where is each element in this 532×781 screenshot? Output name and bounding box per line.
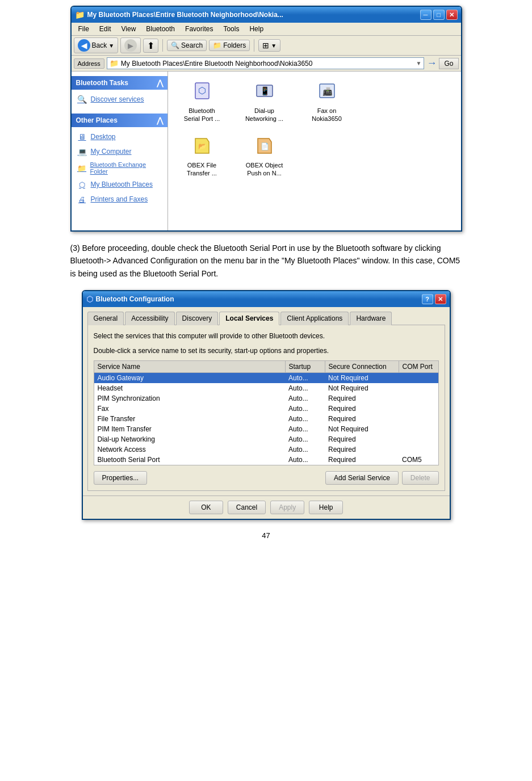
cell-startup: Auto... [285,383,325,393]
cell-com [399,383,438,393]
tab-hardware[interactable]: Hardware [350,312,392,325]
page-number: 47 [11,531,521,540]
cell-service-name: Headset [94,383,285,393]
cell-startup: Auto... [285,434,325,444]
forward-button[interactable]: ▶ [120,37,141,53]
tab-accessibility[interactable]: Accessibility [125,312,174,325]
address-field[interactable]: 📁 My Bluetooth Places\Entire Bluetooth N… [107,57,425,69]
folders-button[interactable]: 📁 Folders [209,40,250,51]
explorer-content: Bluetooth Tasks ⋀ 🔍 Discover services Ot… [72,72,461,230]
my-computer-icon: 💻 [77,146,87,157]
tab-local-services[interactable]: Local Services [219,312,279,325]
services-table: Service Name Startup Secure Connection C… [94,360,439,465]
folders-icon: 📁 [213,41,221,49]
menu-edit[interactable]: Edit [95,24,116,34]
menu-bluetooth[interactable]: Bluetooth [141,24,179,34]
dialog-icon: ⬡ [86,295,93,304]
go-label: Go [444,60,453,68]
other-places-content: 🖥 Desktop 💻 My Computer 📁 Bluetooth Exch… [72,127,167,209]
sidebar-item-discover-services[interactable]: 🔍 Discover services [72,92,167,107]
table-row[interactable]: Audio Gateway Auto... Not Required [94,373,438,384]
file-item-obex-file[interactable]: 📂 OBEX FileTransfer ... [174,132,231,178]
address-dropdown[interactable]: ▼ [416,60,422,66]
tab-general[interactable]: General [87,312,124,325]
main-file-area: ⬡ BluetoothSerial Port ... 📱 Dial-upNetw… [168,72,461,230]
table-row[interactable]: PIM Synchronization Auto... Required [94,393,438,404]
properties-button[interactable]: Properties... [94,471,148,485]
cell-startup: Auto... [285,393,325,404]
up-button[interactable]: ⬆ [143,39,158,53]
bluetooth-serial-label: BluetoothSerial Port ... [184,107,220,123]
tab-discovery[interactable]: Discovery [176,312,219,325]
dialup-icon: 📱 [251,77,278,104]
table-row[interactable]: Fax Auto... Required [94,404,438,414]
go-button[interactable]: Go [439,58,458,69]
sidebar-item-my-bluetooth[interactable]: ⬡ My Bluetooth Places [72,177,167,192]
help-button[interactable]: Help [309,501,343,514]
bluetooth-exchange-icon: 📁 [77,163,87,173]
menu-favorites[interactable]: Favorites [181,24,217,34]
menu-view[interactable]: View [117,24,141,34]
cell-com [399,444,438,455]
back-button[interactable]: ◀ Back ▼ [74,37,119,53]
body-paragraph: (3) Before proceeding, double check the … [70,242,462,280]
table-row[interactable]: Bluetooth Serial Port Auto... Required C… [94,455,438,465]
menu-tools[interactable]: Tools [219,24,244,34]
menu-help[interactable]: Help [245,24,268,34]
sidebar-item-desktop[interactable]: 🖥 Desktop [72,129,167,144]
forward-icon: ▶ [124,39,137,52]
up-icon: ⬆ [147,40,154,51]
file-item-bluetooth-serial[interactable]: ⬡ BluetoothSerial Port ... [174,77,231,123]
delete-button[interactable]: Delete [402,471,439,485]
cell-service-name: Dial-up Networking [94,434,285,444]
menu-file[interactable]: File [74,24,94,34]
table-row[interactable]: Headset Auto... Not Required [94,383,438,393]
my-bluetooth-label: My Bluetooth Places [91,180,153,188]
dialog-help-button[interactable]: ? [422,294,433,304]
window-title: My Bluetooth Places\Entire Bluetooth Nei… [87,11,283,19]
col-com-port: COM Port [399,361,438,373]
file-item-fax[interactable]: 📠 Fax onNokia3650 [299,77,355,123]
printers-icon: 🖨 [77,194,87,204]
dialog-bottom-buttons-right: Add Serial Service Delete [325,471,438,485]
my-computer-label: My Computer [91,148,132,156]
cell-secure: Not Required [325,424,399,434]
svg-text:📱: 📱 [259,86,270,96]
file-item-dialup[interactable]: 📱 Dial-upNetworking ... [236,77,293,123]
search-button[interactable]: 🔍 Search [167,40,207,51]
bluetooth-tasks-header[interactable]: Bluetooth Tasks ⋀ [72,76,167,90]
cell-startup: Auto... [285,373,325,384]
search-icon: 🔍 [171,41,179,49]
address-icon: 📁 [110,59,119,68]
add-serial-button[interactable]: Add Serial Service [325,471,399,485]
views-button[interactable]: ⊞ ▼ [258,39,280,52]
other-places-label: Other Places [76,116,118,124]
minimize-button[interactable]: ─ [420,10,432,20]
table-row[interactable]: File Transfer Auto... Required [94,414,438,424]
cell-startup: Auto... [285,455,325,465]
sidebar-item-bluetooth-exchange[interactable]: 📁 Bluetooth Exchange Folder [72,159,167,177]
maximize-button[interactable]: □ [433,10,445,20]
printers-label: Printers and Faxes [91,195,148,203]
cancel-button[interactable]: Cancel [228,501,266,514]
apply-button[interactable]: Apply [270,501,304,514]
views-dropdown-icon[interactable]: ▼ [271,43,277,49]
table-row[interactable]: Network Access Auto... Required [94,444,438,455]
other-places-header[interactable]: Other Places ⋀ [72,114,167,127]
file-item-obex-push[interactable]: 📄 OBEX ObjectPush on N... [236,132,293,178]
back-dropdown-icon[interactable]: ▼ [108,43,114,49]
dialog-close-button[interactable]: ✕ [435,294,446,304]
sidebar-item-my-computer[interactable]: 💻 My Computer [72,144,167,159]
table-row[interactable]: Dial-up Networking Auto... Required [94,434,438,444]
tab-client-applications[interactable]: Client Applications [280,312,349,325]
obex-file-icon: 📂 [188,132,216,159]
ok-button[interactable]: OK [189,501,223,514]
dialog-tabs: General Accessibility Discovery Local Se… [87,312,445,325]
toolbar-separator-1 [162,39,163,52]
views-icon: ⊞ [262,41,269,50]
table-row[interactable]: PIM Item Transfer Auto... Not Required [94,424,438,434]
sidebar-item-printers[interactable]: 🖨 Printers and Faxes [72,192,167,207]
obex-file-label: OBEX FileTransfer ... [187,161,217,178]
close-button[interactable]: ✕ [446,10,458,20]
cell-startup: Auto... [285,414,325,424]
